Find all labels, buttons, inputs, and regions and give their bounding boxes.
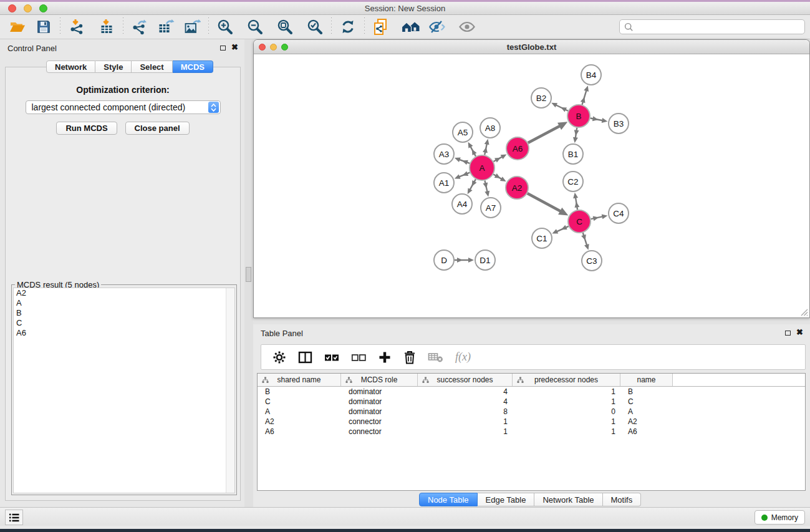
table-cell[interactable]: B bbox=[258, 387, 341, 396]
export-image-button[interactable] bbox=[182, 17, 202, 37]
table-cell[interactable]: dominator bbox=[341, 387, 418, 396]
edge-arrowhead bbox=[602, 118, 608, 123]
refresh-button[interactable] bbox=[338, 17, 358, 37]
result-item[interactable]: A6 bbox=[14, 328, 234, 338]
table-cell[interactable]: 1 bbox=[513, 387, 620, 396]
tab-motifs[interactable]: Motifs bbox=[603, 493, 642, 506]
table-row[interactable]: A6connector11A6 bbox=[258, 427, 805, 437]
open-file-button[interactable] bbox=[7, 17, 27, 37]
edge-A6-B[interactable] bbox=[528, 124, 563, 143]
divider-grip[interactable] bbox=[246, 267, 251, 282]
table-cell[interactable]: A2 bbox=[258, 417, 341, 426]
result-item[interactable]: A bbox=[14, 298, 234, 308]
table-cell[interactable]: 1 bbox=[513, 427, 620, 436]
result-item[interactable]: B bbox=[14, 308, 234, 318]
table-cell[interactable]: 1 bbox=[418, 417, 513, 426]
column-header-MCDS-role[interactable]: MCDS role bbox=[341, 374, 418, 386]
table-cell[interactable]: A6 bbox=[258, 427, 341, 436]
show-column-panel-button[interactable] bbox=[298, 351, 312, 364]
table-cell[interactable]: A2 bbox=[620, 417, 673, 426]
table-cell[interactable]: 1 bbox=[513, 417, 620, 426]
result-item[interactable]: C bbox=[14, 318, 234, 328]
hide-selected-button[interactable] bbox=[427, 17, 447, 37]
new-network-from-selection-button[interactable] bbox=[371, 17, 391, 37]
result-item[interactable]: A2 bbox=[14, 288, 234, 298]
edge-arrowhead bbox=[581, 97, 586, 103]
criterion-dropdown[interactable]: largest connected component (directed) bbox=[26, 100, 221, 114]
table-cell[interactable]: 1 bbox=[418, 427, 513, 436]
export-table-button[interactable] bbox=[156, 17, 176, 37]
table-cell[interactable]: C bbox=[258, 397, 341, 406]
tab-select[interactable]: Select bbox=[132, 60, 172, 73]
graph-node-label-C4: C4 bbox=[613, 209, 624, 218]
float-panel-icon[interactable] bbox=[220, 46, 226, 51]
edge-A2-C[interactable] bbox=[528, 193, 564, 213]
create-column-button[interactable] bbox=[378, 351, 392, 364]
tab-node-table[interactable]: Node Table bbox=[419, 493, 478, 506]
tab-network[interactable]: Network bbox=[46, 60, 95, 73]
mcds-result-group: MCDS result (5 nodes) A2ABCA6 bbox=[11, 284, 237, 495]
tab-network-table[interactable]: Network Table bbox=[534, 493, 602, 506]
panel-divider[interactable] bbox=[244, 39, 253, 507]
edge-arrowhead bbox=[483, 147, 488, 153]
table-cell[interactable]: B bbox=[620, 387, 673, 396]
run-mcds-button[interactable]: Run MCDS bbox=[56, 122, 117, 135]
network-canvas[interactable]: B4B2BB3A5A8A6B1A3AC2A1A2A4A7C4CC1C3DD1 bbox=[254, 55, 809, 317]
table-cell[interactable]: connector bbox=[341, 427, 418, 436]
tab-edge-table[interactable]: Edge Table bbox=[478, 493, 535, 506]
table-cell[interactable]: 8 bbox=[418, 407, 513, 416]
delete-column-button[interactable] bbox=[403, 350, 416, 364]
close-panel-icon[interactable]: ✖ bbox=[231, 42, 238, 52]
show-all-button[interactable] bbox=[457, 17, 477, 37]
table-cell[interactable]: C bbox=[620, 397, 673, 406]
result-list-scrollbar[interactable] bbox=[226, 288, 234, 493]
table-cell[interactable]: dominator bbox=[341, 407, 418, 416]
table-cell[interactable]: 0 bbox=[513, 407, 620, 416]
first-neighbors-button[interactable] bbox=[401, 17, 421, 37]
deselect-all-button[interactable] bbox=[351, 352, 366, 362]
zoom-out-button[interactable] bbox=[245, 17, 265, 37]
float-table-panel-icon[interactable] bbox=[785, 331, 791, 336]
tab-mcds[interactable]: MCDS bbox=[173, 60, 213, 73]
import-network-button[interactable] bbox=[67, 17, 87, 37]
close-table-panel-icon[interactable]: ✖ bbox=[796, 327, 803, 337]
close-panel-button[interactable]: Close panel bbox=[125, 122, 190, 135]
zoom-fit-button[interactable] bbox=[275, 17, 295, 37]
import-table-button[interactable] bbox=[97, 17, 117, 37]
column-header-name[interactable]: name bbox=[620, 374, 673, 386]
node-table[interactable]: shared nameMCDS rolesuccessor nodesprede… bbox=[257, 373, 806, 491]
mcds-result-list[interactable]: A2ABCA6 bbox=[13, 288, 235, 493]
table-cell[interactable]: connector bbox=[341, 417, 418, 426]
table-cell[interactable]: A bbox=[620, 407, 673, 416]
table-row[interactable]: Adominator80A bbox=[258, 407, 805, 417]
gear-icon bbox=[272, 351, 286, 364]
search-input[interactable] bbox=[634, 21, 804, 33]
memory-button[interactable]: Memory bbox=[755, 510, 805, 525]
table-row[interactable]: A2connector11A2 bbox=[258, 417, 805, 427]
column-header-successor-nodes[interactable]: successor nodes bbox=[418, 374, 513, 386]
table-cell[interactable]: dominator bbox=[341, 397, 418, 406]
tab-style[interactable]: Style bbox=[95, 60, 132, 73]
zoom-selected-button[interactable] bbox=[305, 17, 325, 37]
export-network-button[interactable] bbox=[130, 17, 150, 37]
task-history-button[interactable] bbox=[5, 510, 23, 525]
table-cell[interactable]: 4 bbox=[418, 397, 513, 406]
table-cell[interactable]: A6 bbox=[620, 427, 673, 436]
table-settings-button[interactable] bbox=[272, 351, 286, 364]
column-header-shared-name[interactable]: shared name bbox=[258, 374, 341, 386]
resize-grip-icon[interactable] bbox=[800, 308, 808, 316]
table-cell[interactable]: 1 bbox=[513, 397, 620, 406]
table-row[interactable]: Bdominator41B bbox=[258, 387, 805, 397]
column-header-predecessor-nodes[interactable]: predecessor nodes bbox=[513, 374, 620, 386]
zoom-in-button[interactable] bbox=[215, 17, 235, 37]
select-all-button[interactable] bbox=[324, 352, 339, 362]
edge-arrowhead bbox=[584, 85, 589, 92]
table-cell[interactable]: A bbox=[258, 407, 341, 416]
table-row[interactable]: Cdominator41C bbox=[258, 397, 805, 407]
save-session-button[interactable] bbox=[34, 17, 54, 37]
network-window-titlebar: testGlobe.txt bbox=[254, 40, 809, 54]
table-cell[interactable]: 4 bbox=[418, 387, 513, 396]
table-panel-title: Table Panel bbox=[261, 329, 303, 338]
export-network-icon bbox=[132, 19, 148, 35]
unchecked-boxes-icon bbox=[351, 352, 366, 362]
